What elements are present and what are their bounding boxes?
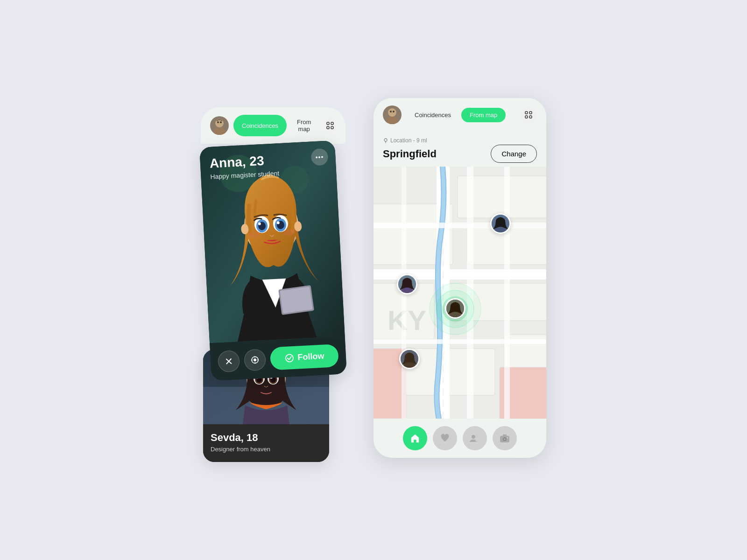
card1-image: Anna, 23 Happy magister student ••• [199,140,345,343]
right-tab-group: Coincidences From map [406,108,506,122]
svg-point-1 [213,127,226,135]
people-icon [470,433,480,443]
star-btn[interactable] [244,349,266,371]
location-distance-label: Location - 9 ml [390,137,427,144]
svg-rect-7 [331,126,333,129]
right-phone-header: Coincidences From map [374,98,546,132]
svg-point-30 [254,358,256,361]
svg-rect-52 [525,112,528,114]
svg-point-3 [220,121,222,123]
svg-rect-96 [503,434,507,436]
svg-point-91 [472,435,475,439]
command-icon [326,121,334,130]
svg-rect-54 [525,116,528,118]
svg-point-2 [217,121,219,123]
card2-bio: Designer from heaven [211,446,322,453]
star-icon [251,355,260,364]
right-menu-icon-btn[interactable] [520,106,537,123]
right-user-avatar [383,105,402,124]
card2-content: Sevda, 18 Designer from heaven [203,424,329,462]
svg-rect-5 [331,122,333,125]
svg-rect-72 [374,339,546,344]
change-location-button[interactable]: Change [491,145,537,163]
svg-rect-26 [280,287,312,313]
svg-point-50 [390,111,392,112]
svg-point-48 [388,108,396,117]
right-tab-coincidences[interactable]: Coincidences [406,108,459,122]
location-pin-icon [383,138,388,143]
svg-point-0 [215,119,224,127]
tab-coincidences[interactable]: Coincidences [233,115,287,136]
nav-camera-btn[interactable] [493,426,517,450]
x-icon [225,357,233,365]
location-bar: Location - 9 ml Springfield Change [374,132,546,167]
map-avatar-1 [490,213,511,234]
user-avatar [210,116,229,135]
menu-icon-btn[interactable] [324,117,336,134]
map-area: KY [374,167,546,419]
svg-rect-55 [529,116,532,118]
svg-point-92 [476,435,479,438]
camera-icon [500,433,510,443]
svg-point-97 [507,437,508,439]
svg-point-95 [504,438,506,440]
card1-text-overlay: Anna, 23 Happy magister student [209,153,279,181]
right-phone: Coincidences From map Location - 9 ml [374,98,546,458]
right-command-icon [524,111,533,119]
card2-name: Sevda, 18 [211,432,322,444]
left-phone-header: Coincidences From map [201,107,345,144]
map-avatar-2 [397,274,417,294]
main-user-map-avatar [445,298,465,319]
svg-point-35 [285,354,293,362]
svg-rect-74 [504,167,510,419]
left-phone: Coincidences From map [201,107,345,462]
svg-rect-53 [529,112,532,114]
card1-name: Anna, 23 [209,153,279,171]
heart-icon [440,433,450,443]
location-label: Location - 9 ml [383,137,537,144]
card1-actions: Follow [210,336,347,381]
nav-heart-btn[interactable] [433,426,457,450]
svg-rect-4 [327,122,329,125]
svg-text:KY: KY [388,305,426,336]
svg-rect-71 [374,223,546,228]
tab-from-map[interactable]: From map [289,115,319,136]
svg-point-56 [384,139,387,141]
location-name-row: Springfield Change [383,145,537,163]
home-icon [410,433,420,443]
follow-label: Follow [297,351,324,363]
nav-people-btn[interactable] [463,426,487,450]
svg-point-49 [386,117,398,124]
follow-button[interactable]: Follow [270,344,339,371]
check-circle-icon [284,353,294,363]
tab-group: Coincidences From map [233,115,319,136]
bottom-nav [374,419,546,458]
svg-point-51 [393,111,395,112]
map-avatar-3 [399,349,420,369]
profile-card-1: Anna, 23 Happy magister student ••• [199,140,347,381]
svg-rect-6 [327,126,329,129]
location-city-name: Springfield [383,148,437,160]
right-tab-from-map[interactable]: From map [461,108,506,122]
nav-home-btn[interactable] [403,426,427,450]
dislike-btn[interactable] [218,350,240,372]
